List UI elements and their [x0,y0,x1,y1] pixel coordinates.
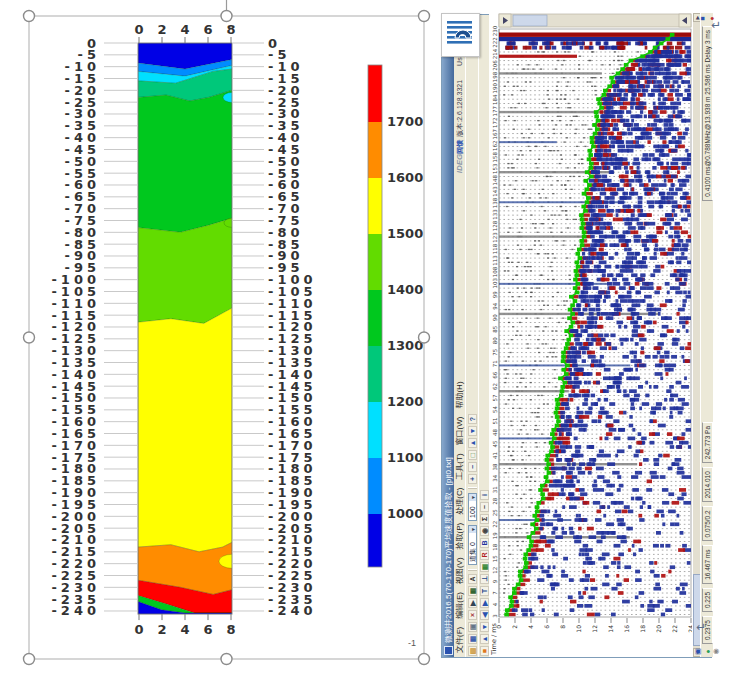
gain-combo[interactable]: 100▼ [468,493,477,521]
colorbar-label: 1700 [387,114,423,129]
new-pick-icon[interactable]: ■ [480,646,489,656]
depth-label-left: -240 [51,603,100,618]
menu-item[interactable]: 处理(C) [455,484,464,519]
horizontal-scrollbar[interactable]: ◀ ▶ [692,13,700,657]
selection-handle[interactable] [419,11,430,22]
contour-figure[interactable]: 00-5-5-10-10-15-15-20-20-25-25-30-30-35-… [0,0,440,679]
trace-number-label: 148 [492,174,498,185]
zoom-out-icon[interactable]: − [468,462,477,472]
time-tick-label: 2 [511,625,518,629]
shift-down-icon[interactable]: ▼ [480,622,489,632]
status-view-icon: ◉ [712,647,721,656]
menu-item[interactable]: 编辑(E) [455,588,464,623]
menu-item[interactable]: 拾取(P) [455,519,464,554]
time-tick-label: 12 [591,625,598,633]
blue-fill-icon[interactable]: B [480,538,489,548]
print-icon[interactable]: ▣ [468,622,477,632]
trace-number-label: 198 [492,71,498,82]
status-connect-icon: ▣ [694,647,703,656]
vscrollbar-thumb[interactable] [513,15,547,26]
x-tick-bottom: 8 [226,622,235,637]
text-icon[interactable]: A [468,574,477,584]
menu-item[interactable]: 窗口(W) [455,413,464,450]
view-icon[interactable]: ◉ [480,526,489,536]
time-tick-label: 0 [495,625,502,629]
trace-number-label: 80 [492,337,498,344]
trace-number-label: 138 [492,197,498,208]
colorbar-segment [368,65,382,122]
status-field: 242.773 Pa [702,422,713,463]
red-fill-icon[interactable]: R [480,550,489,560]
select-arrow-icon[interactable]: ▶ [468,598,477,608]
trace-number-label: 153 [492,163,498,174]
trace-number-label: 184 [492,94,498,105]
menu-item[interactable]: 帮助(H) [455,377,464,412]
next-trace-icon[interactable]: ▼ [468,426,477,436]
trace-number-label: 85 [492,325,498,332]
move-right-icon[interactable]: ▶ [480,598,489,608]
open-folder-icon[interactable]: ▤ [468,646,477,656]
bottom-mute-icon[interactable]: ⊥ [480,574,489,584]
menu-item[interactable]: 文件(F) [455,623,464,657]
colorbar-label: 1500 [387,226,423,241]
time-tick-label: 14 [607,625,614,633]
institute-logo [441,13,480,57]
cut-icon[interactable]: × [468,610,477,620]
trace-number-label: 177 [492,106,498,117]
brand-logo: IDEG [455,154,464,174]
prev-trace-icon[interactable]: ▲ [468,438,477,448]
seismic-trace-view[interactable]: Time / ms0246810121416182022243479121518… [489,13,692,657]
x-tick-top: 2 [157,22,166,37]
trace-number-label: 214 [492,48,498,59]
x-tick-bottom: 4 [180,622,189,637]
x-tick-top: 4 [180,22,189,37]
x-tick-bottom: 6 [203,622,212,637]
trace-number-label: 31 [492,486,498,493]
menu-item[interactable]: 视图(V) [455,553,464,588]
selection-handle[interactable] [24,332,35,343]
trace-number-label: 4 [492,602,498,606]
trace-number-label: 18 [492,543,498,550]
trace-combo[interactable]: 道集 0▼ [468,525,477,565]
wave-icon[interactable]: ~ [480,502,489,512]
trace-number-label: 222 [492,37,498,48]
title-bar[interactable]: 微测井2016.5(70-170-170)平均速度值拾取 - [pjt0.txt… [442,15,454,657]
menu-item[interactable]: 工具(T) [455,449,464,483]
trace-number-label: 15 [492,555,498,562]
trace-number-label: 90 [492,314,498,321]
trace-number-label: 123 [492,232,498,243]
contour-bands [138,43,245,614]
selection-handle[interactable] [419,332,430,343]
colorbar-segment [368,178,382,234]
help-icon[interactable]: ? [468,414,477,424]
zoom-in-icon[interactable]: + [468,474,477,484]
trace-number-label: 162 [492,140,498,151]
trace-number-label: 28 [492,497,498,504]
velocity-depth-contour-chart: 00-5-5-10-10-15-15-20-20-25-25-30-30-35-… [0,0,440,679]
selection-handle[interactable] [24,654,35,665]
grid-toggle-icon[interactable]: ▦ [480,562,489,572]
trace-number-label: 7 [492,591,498,595]
info-icon[interactable]: i [480,490,489,500]
move-left-icon[interactable]: ◀ [480,610,489,620]
selection-handle[interactable] [419,654,430,665]
colorbar-segment [368,290,382,346]
trace-number-label: 54 [492,406,498,413]
grid-icon[interactable]: ▦ [468,586,477,596]
chevron-down-icon[interactable]: ▼ [469,494,476,501]
logo-stripes-icon [442,14,477,54]
selection-handle[interactable] [221,654,232,665]
trace-number-label: 3 [492,614,498,618]
shift-up-icon[interactable]: ▲ [480,634,489,644]
top-mute-icon[interactable]: T [480,586,489,596]
fit-view-icon[interactable]: □ [468,450,477,460]
trace-number-label: 62 [492,383,498,390]
trace-number-label: 167 [492,128,498,139]
chevron-down-icon[interactable]: ▼ [469,526,476,533]
selection-handle[interactable] [24,11,35,22]
selection-handle[interactable] [221,11,232,22]
save-icon[interactable]: ▦ [468,634,477,644]
menu-bar: 文件(F)编辑(E)视图(V)拾取(P)处理(C)工具(T)窗口(W)帮助(H)… [454,15,465,657]
sum-icon[interactable]: Σ [480,514,489,524]
trace-number-label: 118 [492,243,498,254]
